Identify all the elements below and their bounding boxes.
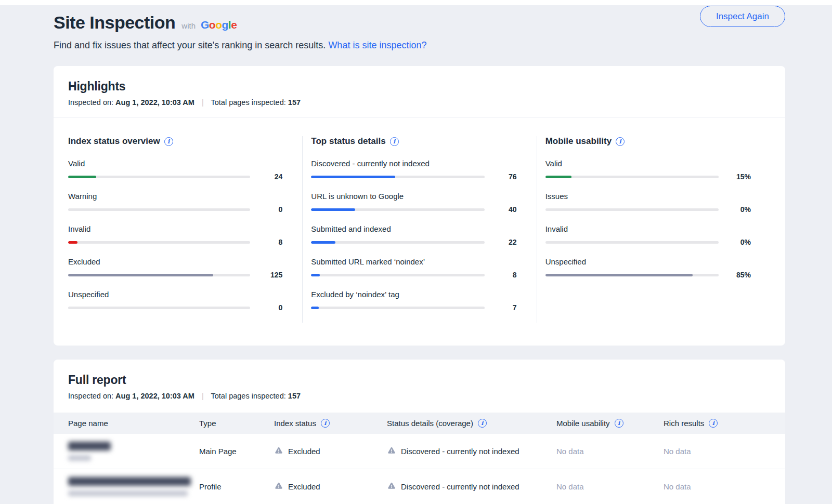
metric-value: 15% <box>726 173 751 181</box>
index-status-cell: Excluded <box>274 481 387 492</box>
metric-label: Excluded <box>68 257 282 266</box>
title-row: Site Inspection with Google <box>54 12 785 33</box>
inspect-again-button[interactable]: Inspect Again <box>700 6 785 27</box>
metric-value: 0 <box>257 205 282 214</box>
info-icon[interactable]: i <box>616 137 625 146</box>
metric-bar-fill <box>545 176 571 178</box>
warning-triangle-icon <box>274 446 283 457</box>
info-icon[interactable]: i <box>321 419 330 428</box>
metric-bar-track <box>311 307 484 309</box>
info-icon[interactable]: i <box>615 419 623 428</box>
top-strip <box>0 0 832 5</box>
index-status-label: Excluded <box>288 482 320 491</box>
highlight-column-title-text: Index status overview <box>68 136 160 147</box>
metric-label: Issues <box>545 192 751 201</box>
metric-label: Unspecified <box>68 290 282 299</box>
redacted-page-name <box>68 477 191 486</box>
full-report-table: Page nameTypeIndex statusiStatus details… <box>54 413 785 504</box>
highlights-meta: Inspected on: Aug 1, 2022, 10:03 AM | To… <box>68 98 771 107</box>
metric-bar: 0 <box>68 205 282 214</box>
metric-bar-fill <box>311 208 355 211</box>
highlight-column-title: Mobile usabilityi <box>545 136 751 147</box>
metric-bar: 7 <box>311 303 516 312</box>
what-is-site-inspection-link[interactable]: What is site inspection? <box>328 40 426 50</box>
metric-bar-track <box>68 208 250 211</box>
column-header-status-details-coverage-: Status details (coverage)i <box>387 419 556 428</box>
metric-bar-track <box>311 241 484 244</box>
metric-row: Unspecified0 <box>68 290 282 312</box>
page-name-cell <box>68 442 199 461</box>
metric-bar: 40 <box>311 205 516 214</box>
index-status-cell: Excluded <box>274 446 387 457</box>
table-header-row: Page nameTypeIndex statusiStatus details… <box>54 413 785 434</box>
total-pages-label: Total pages inspected: <box>211 98 285 107</box>
metric-label: Invalid <box>68 224 282 233</box>
google-letter: o <box>215 19 222 31</box>
metric-bar: 8 <box>311 271 516 279</box>
metric-bar-fill <box>311 274 320 276</box>
page-title: Site Inspection <box>54 12 175 33</box>
metric-label: Unspecified <box>545 257 751 266</box>
warning-triangle-icon <box>387 481 396 492</box>
redacted-page-url <box>68 455 91 461</box>
page-subtitle: Find and fix issues that affect your sit… <box>54 40 785 51</box>
metric-bar-fill <box>311 176 395 178</box>
highlight-column-3: Mobile usabilityiValid15%Issues0%Invalid… <box>537 136 771 323</box>
metric-label: Excluded by ‘noindex’ tag <box>311 290 516 299</box>
metric-label: Submitted URL marked ‘noindex’ <box>311 257 516 266</box>
table-row[interactable]: ProfileExcludedDiscovered - currently no… <box>54 469 785 504</box>
metric-row: Submitted URL marked ‘noindex’8 <box>311 257 516 279</box>
page-type-cell: Main Page <box>199 447 274 456</box>
meta-separator: | <box>202 392 204 400</box>
metric-bar: 85% <box>545 271 751 279</box>
status-details-cell: Discovered - currently not indexed <box>387 481 556 492</box>
metric-row: Invalid0% <box>545 224 751 246</box>
inspected-on-value: Aug 1, 2022, 10:03 AM <box>115 98 194 107</box>
subtitle-text: Find and fix issues that affect your sit… <box>54 40 326 50</box>
column-header-page-name: Page name <box>68 419 199 428</box>
metric-bar: 0% <box>545 205 751 214</box>
metric-bar-track <box>68 176 250 178</box>
metric-bar-fill <box>68 176 96 178</box>
mobile-usability-cell: No data <box>556 447 664 456</box>
metric-value: 40 <box>492 205 517 214</box>
metric-row: Excluded by ‘noindex’ tag7 <box>311 290 516 312</box>
highlight-column-title: Top status detailsi <box>311 136 516 147</box>
metric-row: Excluded125 <box>68 257 282 279</box>
info-icon[interactable]: i <box>478 419 487 428</box>
total-pages-value: 157 <box>288 98 301 107</box>
metric-bar-track <box>545 176 719 178</box>
metric-value: 125 <box>257 271 282 279</box>
highlight-column-title: Index status overviewi <box>68 136 282 147</box>
info-icon[interactable]: i <box>164 137 173 146</box>
column-header-label: Page name <box>68 419 108 428</box>
table-row[interactable]: Main PageExcludedDiscovered - currently … <box>54 434 785 469</box>
column-header-index-status: Index statusi <box>274 419 387 428</box>
info-icon[interactable]: i <box>709 419 718 428</box>
highlights-columns: Index status overviewiValid24Warning0Inv… <box>54 117 785 346</box>
highlights-card: Highlights Inspected on: Aug 1, 2022, 10… <box>54 66 785 346</box>
highlight-column-2: Top status detailsiDiscovered - currentl… <box>302 136 536 323</box>
warning-triangle-icon <box>387 446 396 457</box>
metric-bar-fill <box>311 307 319 309</box>
info-icon[interactable]: i <box>390 137 399 146</box>
metric-value: 7 <box>492 303 517 312</box>
with-label: with <box>181 21 196 30</box>
metric-bar: 0 <box>68 303 282 312</box>
metric-row: URL is unknown to Google40 <box>311 192 516 214</box>
full-report-title: Full report <box>68 373 771 387</box>
metric-value: 8 <box>492 271 517 279</box>
metric-bar-track <box>545 208 719 211</box>
metric-row: Warning0 <box>68 192 282 214</box>
column-header-type: Type <box>199 419 274 428</box>
site-inspection-page: Site Inspection with Google Find and fix… <box>0 5 832 504</box>
metric-label: Valid <box>545 159 751 168</box>
metric-bar: 0% <box>545 238 751 246</box>
page-name-cell <box>68 477 199 496</box>
highlight-column-title-text: Top status details <box>311 136 385 147</box>
meta-separator: | <box>202 98 204 107</box>
full-report-card: Full report Inspected on: Aug 1, 2022, 1… <box>54 360 785 504</box>
metric-bar-fill <box>311 241 335 244</box>
metric-bar-fill <box>545 274 693 276</box>
metric-label: URL is unknown to Google <box>311 192 516 201</box>
